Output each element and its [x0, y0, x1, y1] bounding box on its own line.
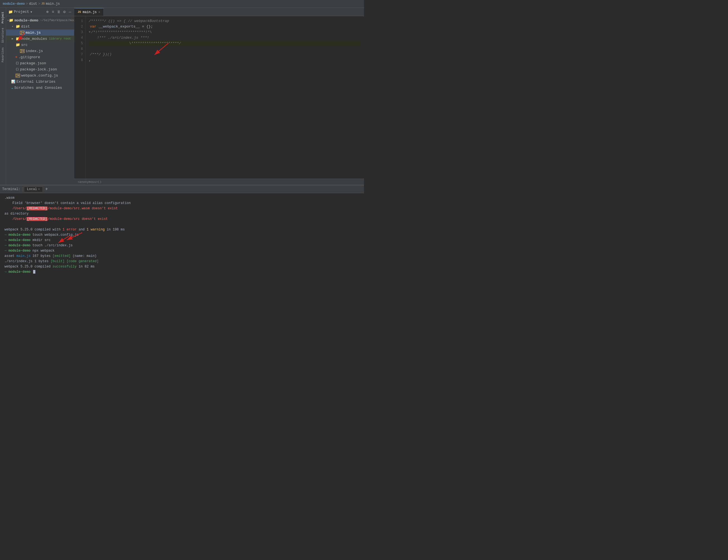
arrow-packagejson — [12, 62, 16, 65]
breadcrumb-dist[interactable]: dist — [29, 2, 37, 6]
side-tab-structure[interactable]: Structure — [1, 27, 5, 44]
tab-name: main.js — [83, 10, 97, 14]
side-tab-favorites[interactable]: Favorites — [1, 46, 5, 63]
json-icon-packagejson: {} — [16, 62, 19, 65]
item-name-indexjs: index.js — [26, 49, 43, 53]
scratch-icon: ☁ — [11, 86, 13, 90]
terminal-add-button[interactable]: + — [44, 187, 49, 192]
tree-item-mainjs[interactable]: js main.js — [6, 30, 74, 36]
tree-item-extlibs[interactable]: 📊 External Libraries — [6, 78, 74, 85]
breadcrumb-sep1: > — [26, 2, 28, 6]
folder-icon-src: 📁 — [16, 43, 20, 47]
item-name-src: src — [21, 43, 28, 47]
terminal-tabs: Terminal: Local × + — [0, 185, 364, 193]
project-panel: 📁 Project ▾ ⊕ ≡ ≣ ⚙ — — [6, 8, 74, 185]
side-tabs: Project Structure Favorites — [0, 8, 6, 185]
js-icon-mainjs: js — [20, 31, 24, 35]
term-line-path2: /Users/[REDACTED]/module-demo/src doesn'… — [4, 217, 360, 222]
side-tab-project[interactable]: Project — [1, 11, 5, 24]
tree-item-nodemodules[interactable]: ▶ 📁 node_modules library root — [6, 36, 74, 42]
editor-tabs: JS main.js × — [74, 8, 364, 16]
arrow-webpackconfig — [12, 74, 16, 77]
js-icon-webpackconfig: js — [16, 74, 20, 77]
tab-close-icon[interactable]: × — [98, 11, 100, 14]
terminal-label: Terminal: — [2, 187, 23, 191]
item-name-webpackconfig: webpack.config.js — [21, 73, 58, 78]
tree-item-indexjs[interactable]: js index.js — [6, 48, 74, 54]
project-header-actions: ⊕ ≡ ≣ ⚙ — — [46, 9, 72, 15]
folder-icon: 📁 — [8, 10, 13, 14]
term-line-blank — [4, 222, 360, 227]
code-line-8: , — [89, 57, 361, 63]
folder-icon-dist: 📁 — [16, 24, 20, 29]
item-name-mainjs: main.js — [26, 31, 41, 35]
arrow-mainjs — [16, 31, 20, 34]
code-area[interactable]: /******/ (() => { // webpackBootstrap va… — [85, 16, 364, 179]
git-icon-gitignore: ⚙ — [16, 55, 17, 59]
term-line-compiled-err: webpack 5.25.0 compiled with 1 error and… — [4, 227, 360, 232]
project-dropdown-icon[interactable]: ▾ — [30, 10, 33, 14]
folder-icon-root: 📁 — [9, 18, 13, 23]
terminal-tab-name: Local — [27, 187, 37, 191]
item-name-extlibs: External Libraries — [16, 80, 55, 84]
main-layout: Project Structure Favorites 📁 Project ▾ … — [0, 8, 364, 280]
code-line-7: /***/ })() — [89, 52, 361, 57]
title-bar: module-demo > dist > JS main.js — [0, 0, 364, 8]
tree-item-gitignore[interactable]: ⚙ .gitignore — [6, 54, 74, 60]
arrow-packagelockjson — [12, 68, 16, 71]
term-line-path1: /Users/[REDACTED]/module-demo/src.wasm d… — [4, 206, 360, 211]
tree-item-packagelockjson[interactable]: {} package-lock.json — [6, 66, 74, 72]
term-line-cmd3: → module-demo touch ./src/index.js — [4, 243, 360, 248]
item-name-root: module-demo — [14, 18, 38, 23]
js-tab-icon: JS — [78, 11, 81, 14]
terminal-tab-local[interactable]: Local × — [24, 186, 43, 192]
tree-container[interactable]: ▾ 📁 module-demo ~/SelfWorkSpace/module-d… — [6, 16, 74, 185]
tree-item-src[interactable]: 📁 src — [6, 42, 74, 48]
term-line-field: Field 'browser' doesn't contain a valid … — [4, 201, 360, 206]
editor-content: 1 2 3 4 5 6 7 8 /******/ (() => { // web… — [74, 16, 364, 179]
collapse-icon[interactable]: ≡ — [51, 9, 55, 15]
expand-icon[interactable]: ≣ — [57, 9, 60, 15]
project-header-left: 📁 Project ▾ — [8, 10, 32, 14]
code-line-1: /******/ (() => { // webpackBootstrap — [89, 18, 361, 24]
tree-item-dist[interactable]: ▾ 📁 dist — [6, 23, 74, 30]
arrow-indexjs — [16, 50, 20, 53]
breadcrumb-sep2: > — [38, 2, 40, 6]
term-line-wasm: .wasm — [4, 195, 360, 201]
json-icon-packagelockjson: {} — [16, 68, 19, 71]
tree-item-packagejson[interactable]: {} package.json — [6, 60, 74, 66]
arrow-gitignore — [12, 56, 16, 59]
tree-item-webpackconfig[interactable]: js webpack.config.js — [6, 72, 74, 78]
editor-area: JS main.js × 1 2 3 4 5 6 7 8 — [74, 8, 364, 185]
settings-icon[interactable]: ⚙ — [63, 9, 66, 15]
tree-item-scratches[interactable]: ☁ Scratches and Consoles — [6, 85, 74, 91]
breadcrumb: module-demo > dist > JS main.js — [3, 2, 60, 6]
status-function: <anonymous>() — [78, 180, 102, 184]
breadcrumb-project[interactable]: module-demo — [3, 2, 25, 6]
code-line-5: \**********************/ — [89, 41, 361, 46]
terminal-content[interactable]: .wasm Field 'browser' doesn't contain a … — [0, 193, 364, 280]
project-label[interactable]: Project — [14, 10, 29, 14]
term-line-prompt: → module-demo — [4, 269, 360, 275]
editor-tab-mainjs[interactable]: JS main.js × — [74, 8, 104, 16]
item-badge-root: ~/SelfWorkSpace/module-demo — [40, 19, 74, 22]
term-line-asdir: as directory — [4, 211, 360, 217]
item-name-packagelockjson: package-lock.json — [20, 67, 57, 72]
term-line-cmd2: → module-demo mkdir src — [4, 238, 360, 243]
editor-statusbar: <anonymous>() — [74, 179, 364, 185]
breadcrumb-file[interactable]: main.js — [46, 2, 60, 6]
term-line-cmd1: → module-demo touch webpack.config.js — [4, 232, 360, 238]
term-line-success: webpack 5.25.0 compiled successfully in … — [4, 264, 360, 269]
minimize-icon[interactable]: — — [68, 9, 72, 15]
terminal-tab-close[interactable]: × — [38, 188, 40, 191]
item-badge-nodemodules: library root — [49, 37, 71, 40]
locate-icon[interactable]: ⊕ — [46, 9, 49, 15]
js-icon-indexjs: js — [20, 49, 24, 53]
term-line-asset2: ./src/index.js 1 bytes [built] [code gen… — [4, 259, 360, 264]
arrow-extlibs — [7, 80, 11, 83]
extlib-icon: 📊 — [11, 80, 15, 84]
tree-item-root[interactable]: ▾ 📁 module-demo ~/SelfWorkSpace/module-d… — [6, 17, 74, 23]
term-line-asset1: asset main.js 167 bytes [emitted] (name:… — [4, 254, 360, 259]
terminal-section: Terminal: Local × + .wasm Field 'browser… — [0, 185, 364, 280]
item-name-dist: dist — [21, 24, 30, 29]
